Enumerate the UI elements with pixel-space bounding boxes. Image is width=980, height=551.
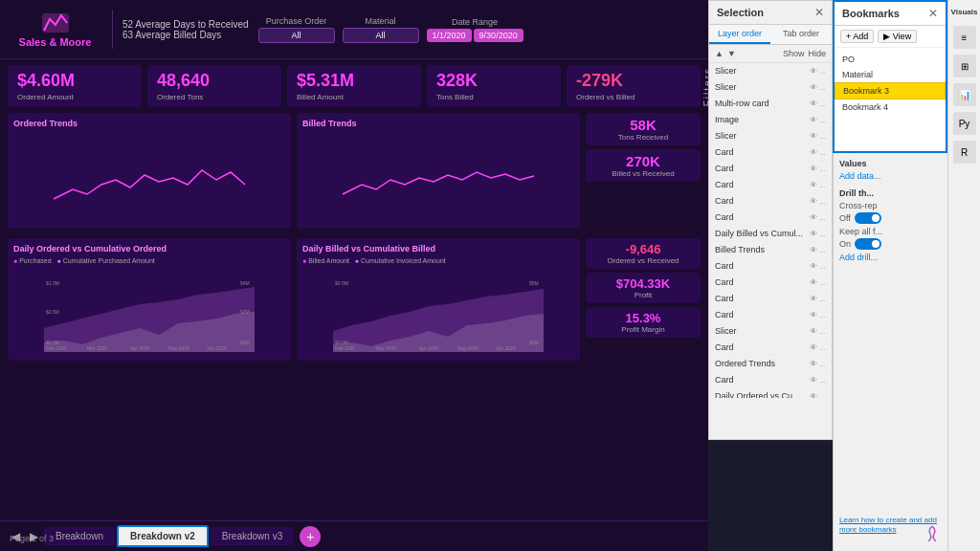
ordered-trends-title: Ordered Trends (13, 119, 285, 128)
date-start[interactable]: 1/1/2020 (427, 29, 472, 42)
list-item[interactable]: Card👁 ... (709, 161, 832, 177)
tons-received-label: Tons Received (593, 133, 693, 142)
profit-margin-label: Profit Margin (593, 325, 693, 334)
list-item[interactable]: Ordered Trends👁 ... (709, 356, 832, 372)
bvr-value: 270K (593, 153, 693, 169)
bookmark-material[interactable]: Material (835, 67, 946, 82)
list-item[interactable]: Daily Billed vs Cumul...👁 ... (709, 226, 832, 242)
view-bookmark-button[interactable]: ▶ View (878, 30, 917, 43)
list-item[interactable]: Slicer👁 ... (709, 79, 832, 96)
keep-all-toggle[interactable] (855, 238, 881, 250)
show-label: Show (783, 49, 805, 58)
svg-rect-2 (343, 132, 534, 213)
dna-icon (923, 524, 942, 543)
add-data-label[interactable]: Add data... (839, 171, 942, 181)
kpi-ordered-tons[interactable]: 48,640 Ordered Tons (147, 65, 281, 107)
list-item[interactable]: Card👁 ... (709, 209, 832, 226)
svg-text:Feb 2020: Feb 2020 (46, 345, 66, 351)
cross-rep-toggle[interactable] (855, 212, 881, 224)
list-item[interactable]: Card👁 ... (709, 291, 832, 307)
bottom-right-kpis: -9,646 Ordered vs Received $704.33K Prof… (586, 238, 701, 361)
list-item[interactable]: Card👁 ... (709, 144, 832, 161)
kpi-billed-amount-label: Billed Amount (297, 93, 412, 101)
list-item[interactable]: Card👁 ... (709, 258, 832, 275)
daily-billed-chart[interactable]: Daily Billed vs Cumulative Billed ● Bill… (297, 238, 580, 361)
cross-rep-label: Cross-rep (839, 201, 942, 210)
vp-icon-2[interactable]: ⊞ (953, 55, 976, 77)
list-item[interactable]: Billed Trends👁 ... (709, 242, 832, 258)
tab-layer-order[interactable]: Layer order (709, 25, 770, 44)
po-filter-value[interactable]: All (258, 28, 335, 43)
billed-trends-title: Billed Trends (302, 119, 574, 128)
kpi-billed-amount-value: $5.31M (297, 71, 412, 91)
profit-kpi[interactable]: $704.33K Profit (586, 273, 701, 303)
billed-vs-received-kpi[interactable]: 270K Billed vs Received (586, 149, 701, 182)
list-item[interactable]: Image👁 ... (709, 112, 832, 128)
values-label: Values (839, 159, 942, 168)
list-item[interactable]: Card👁 ... (709, 177, 832, 193)
date-end[interactable]: 9/30/2020 (474, 29, 523, 42)
tab-breakdown-v3[interactable]: Breakdown v3 (211, 527, 294, 545)
purchase-order-filter[interactable]: Purchase Order All (258, 16, 335, 43)
daily-billed-legend: ● Billed Amount ● Cumulative Invoiced Am… (302, 257, 574, 264)
hide-label: Hide (808, 49, 826, 58)
bookmarks-panel: Bookmarks ✕ + Add ▶ View PO Material Boo… (833, 0, 947, 153)
vp-icon-4[interactable]: Py (953, 112, 976, 135)
kpi-tons-billed-value: 328K (436, 71, 551, 91)
daily-ordered-chart[interactable]: Daily Ordered vs Cumulative Ordered ● Pu… (8, 238, 291, 361)
svg-text:$0M: $0M (529, 340, 539, 345)
list-item[interactable]: Card👁 ... (709, 372, 832, 388)
svg-text:$2M: $2M (240, 309, 250, 315)
bookmarks-close-icon[interactable]: ✕ (928, 7, 938, 20)
tab-breakdown-v2[interactable]: Breakdown v2 (117, 525, 209, 547)
profit-label: Profit (593, 291, 693, 299)
list-item[interactable]: Slicer👁 ... (709, 323, 832, 340)
date-range-filter[interactable]: Date Range 1/1/2020 9/30/2020 (427, 17, 523, 42)
list-item[interactable]: Slicer👁 ... (709, 128, 832, 144)
profit-margin-kpi[interactable]: 15.3% Profit Margin (586, 307, 701, 338)
selection-panel-close[interactable]: ✕ (814, 6, 824, 19)
list-item[interactable]: Card👁 ... (709, 340, 832, 356)
bookmark-po[interactable]: PO (835, 52, 946, 67)
vp-icon-5[interactable]: R (953, 141, 976, 164)
tab-tab-order[interactable]: Tab order (770, 25, 832, 44)
vp-icon-3[interactable]: 📊 (953, 83, 976, 106)
tab-breakdown[interactable]: Breakdown (44, 527, 115, 545)
bookmark-3[interactable]: Bookmark 3 (835, 82, 946, 99)
ovr-value: -9,646 (593, 242, 693, 256)
material-filter-value[interactable]: All (343, 28, 419, 43)
svg-text:Apr 2020: Apr 2020 (130, 345, 150, 351)
billed-trends-chart[interactable]: Billed Trends (297, 113, 580, 229)
tons-received-kpi[interactable]: 58K Tons Received (586, 113, 701, 145)
kpi-ovb-label: Ordered vs Billed (576, 93, 691, 101)
add-tab-button[interactable]: + (300, 526, 321, 547)
svg-text:$0.0M: $0.0M (46, 340, 59, 345)
daily-billed-svg: Feb 2020 Mar 2020 Apr 2020 May 2020 Jun … (302, 266, 574, 352)
daily-ordered-title: Daily Ordered vs Cumulative Ordered (13, 244, 285, 253)
ordered-trends-svg (13, 132, 285, 213)
charts-section: Ordered Trends Billed Trends 58K Tons Re… (0, 113, 708, 232)
svg-text:$0.5M: $0.5M (46, 309, 59, 315)
list-item[interactable]: Card👁 ... (709, 275, 832, 291)
keep-all-label: Keep all f... (839, 227, 942, 236)
kpi-tons-billed[interactable]: 328K Tons Billed (427, 65, 561, 107)
kpi-billed-amount[interactable]: $5.31M Billed Amount (287, 65, 421, 107)
kpi-ordered-vs-billed[interactable]: -279K Ordered vs Billed (567, 65, 701, 107)
ordered-trends-chart[interactable]: Ordered Trends (8, 113, 291, 229)
list-item[interactable]: Daily Ordered vs Cu...👁 ... (709, 388, 832, 398)
list-item[interactable]: Multi-row card👁 ... (709, 96, 832, 112)
bookmark-4[interactable]: Bookmark 4 (835, 99, 946, 115)
ordered-vs-received-kpi[interactable]: -9,646 Ordered vs Received (586, 238, 701, 269)
kpi-tons-billed-label: Tons Billed (436, 93, 551, 101)
svg-text:$0M: $0M (240, 340, 250, 345)
list-item[interactable]: Slicer👁 ... (709, 63, 832, 79)
list-item[interactable]: Card👁 ... (709, 307, 832, 323)
kpi-ordered-amount[interactable]: $4.60M Ordered Amount (8, 65, 142, 107)
vp-icon-1[interactable]: ≡ (953, 26, 976, 49)
list-item[interactable]: Card👁 ... (709, 193, 832, 209)
profit-value: $704.33K (593, 276, 693, 291)
material-filter[interactable]: Material All (343, 16, 419, 43)
add-bookmark-button[interactable]: + Add (840, 30, 874, 43)
add-drill-label[interactable]: Add drill... (839, 253, 942, 262)
values-section: Values Add data... (839, 159, 942, 181)
